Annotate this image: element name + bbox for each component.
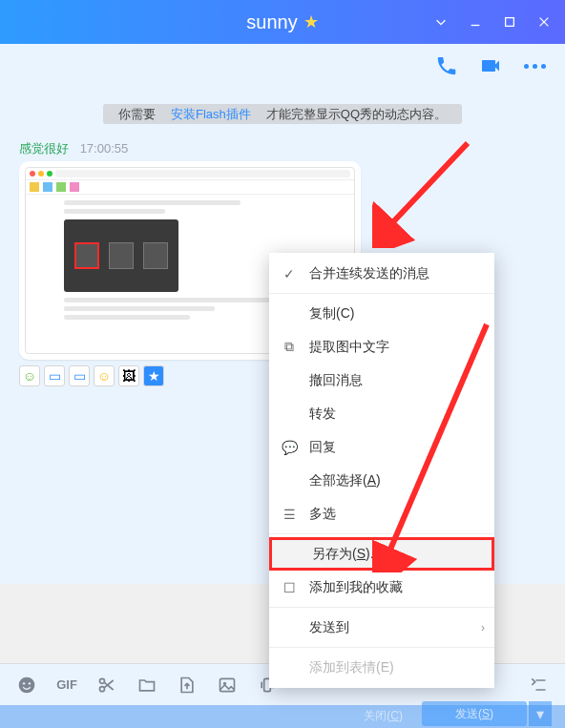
flash-banner-text: 你需要安装Flash插件才能完整显示QQ秀的动态内容。 xyxy=(103,104,462,124)
menu-separator xyxy=(269,293,494,294)
svg-point-4 xyxy=(19,676,35,693)
maximize-button[interactable] xyxy=(492,0,527,44)
menu-label: 转发 xyxy=(309,406,336,423)
menu-label: 提取图中文字 xyxy=(309,339,389,356)
send-button[interactable]: 发送(S) xyxy=(422,701,527,726)
emoji-icon[interactable] xyxy=(17,676,36,695)
check-icon: ✓ xyxy=(281,265,298,282)
menu-save-as[interactable]: 另存为(S)... xyxy=(269,537,494,571)
menu-add-favorite[interactable]: ☐ 添加到我的收藏 xyxy=(269,571,494,604)
picture-icon[interactable]: 🖼 xyxy=(118,365,139,386)
action-bar xyxy=(0,44,565,88)
menu-copy[interactable]: 复制(C) xyxy=(269,297,494,330)
menu-select-all[interactable]: 全部选择(A) xyxy=(269,464,494,497)
send-file-icon[interactable] xyxy=(178,676,197,695)
window-controls xyxy=(424,0,561,44)
menu-label: 合并连续发送的消息 xyxy=(309,265,429,282)
menu-label: 添加到表情(E) xyxy=(309,659,394,676)
minimize-button[interactable] xyxy=(458,0,492,44)
more-icon[interactable] xyxy=(521,52,548,79)
history-icon[interactable] xyxy=(529,676,548,695)
message-time: 17:00:55 xyxy=(80,141,129,156)
ocr-icon: ⧉ xyxy=(281,339,298,356)
bookmark-icon: ☐ xyxy=(281,579,298,596)
menu-merge-messages[interactable]: ✓ 合并连续发送的消息 xyxy=(269,257,494,290)
menu-label: 发送到 xyxy=(309,619,349,636)
scissors-icon[interactable] xyxy=(97,676,116,695)
gif-icon[interactable]: GIF xyxy=(57,676,76,695)
sender-name: 感觉很好 xyxy=(19,141,69,156)
video-call-icon[interactable] xyxy=(477,52,504,79)
voice-call-icon[interactable] xyxy=(433,52,460,79)
dropdown-button[interactable] xyxy=(424,0,458,44)
multiselect-icon: ☰ xyxy=(281,506,298,523)
smile-icon[interactable]: ☺ xyxy=(94,365,115,386)
flash-pre: 你需要 xyxy=(111,104,163,124)
menu-reply[interactable]: 💬 回复 xyxy=(269,430,494,464)
close-button[interactable] xyxy=(527,0,561,44)
svg-point-6 xyxy=(29,682,31,684)
window-title-wrap: sunny ★ xyxy=(246,11,318,33)
star-icon: ★ xyxy=(303,11,319,32)
menu-forward[interactable]: 转发 xyxy=(269,397,494,430)
menu-recall[interactable]: 撤回消息 xyxy=(269,364,494,397)
menu-label: 回复 xyxy=(309,439,336,456)
menu-separator xyxy=(269,607,494,608)
image-icon[interactable] xyxy=(218,676,237,695)
window-title: sunny xyxy=(246,11,297,33)
svg-rect-1 xyxy=(506,18,514,27)
svg-point-5 xyxy=(23,682,25,684)
install-flash-link[interactable]: 安装Flash插件 xyxy=(163,104,259,124)
favorite-icon[interactable]: ★ xyxy=(143,365,164,386)
menu-label: 复制(C) xyxy=(309,305,354,322)
menu-label: 多选 xyxy=(309,506,336,523)
folder-icon[interactable] xyxy=(137,676,157,695)
svg-rect-11 xyxy=(220,678,235,691)
menu-multi-select[interactable]: ☰ 多选 xyxy=(269,497,494,530)
menu-ocr[interactable]: ⧉ 提取图中文字 xyxy=(269,330,494,364)
close-chat-button[interactable]: 关闭(C) xyxy=(364,708,403,724)
device-icon-1[interactable]: ▭ xyxy=(44,365,65,386)
menu-label: 全部选择(A) xyxy=(309,472,381,489)
context-menu: ✓ 合并连续发送的消息 复制(C) ⧉ 提取图中文字 撤回消息 转发 💬 回复 … xyxy=(269,253,494,688)
title-bar: sunny ★ xyxy=(0,0,565,44)
menu-label: 添加到我的收藏 xyxy=(309,579,403,596)
menu-separator xyxy=(269,647,494,648)
flash-post: 才能完整显示QQ秀的动态内容。 xyxy=(259,104,454,124)
menu-label: 撤回消息 xyxy=(309,372,363,389)
emoji-add-icon[interactable]: ☺ xyxy=(19,365,40,386)
chevron-right-icon: › xyxy=(481,621,485,634)
menu-label: 另存为(S)... xyxy=(312,546,381,563)
flash-banner: 你需要安装Flash插件才能完整显示QQ秀的动态内容。 xyxy=(19,88,546,131)
menu-add-emoji: 添加到表情(E) xyxy=(269,651,494,684)
send-dropdown[interactable]: ▾ xyxy=(529,701,552,726)
message-meta: 感觉很好 17:00:55 xyxy=(19,140,546,157)
menu-separator xyxy=(269,533,494,534)
device-icon-2[interactable]: ▭ xyxy=(69,365,90,386)
reply-icon: 💬 xyxy=(281,439,298,456)
menu-send-to[interactable]: 发送到 › xyxy=(269,611,494,644)
